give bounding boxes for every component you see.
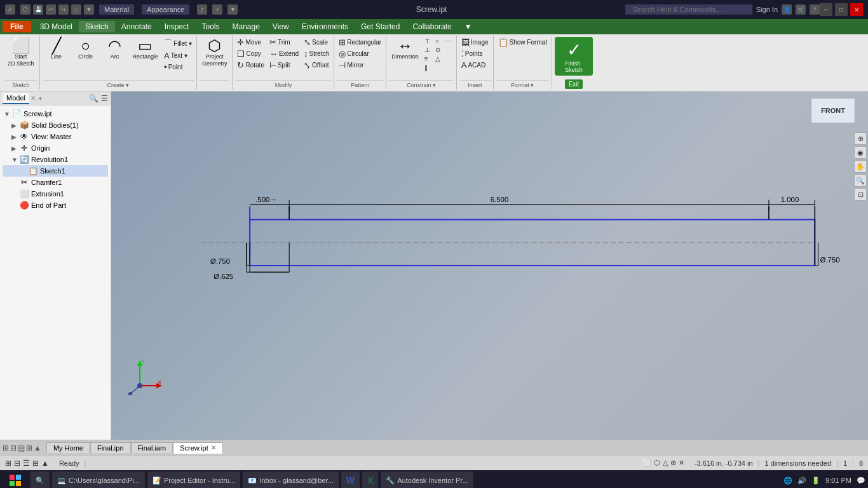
point-button[interactable]: • Point (162, 62, 194, 72)
status-icon-a[interactable]: ⬜ (642, 459, 651, 467)
search-input[interactable] (625, 4, 752, 15)
mirror-button[interactable]: ⊣ Mirror (337, 60, 383, 71)
constrain-btn1[interactable]: ⊤ (423, 37, 432, 45)
menu-3d-model[interactable]: 3D Model (34, 21, 79, 32)
status-icon2[interactable]: ⊟ (14, 459, 20, 468)
user-icon[interactable]: 👤 (782, 4, 792, 15)
taskbar-file-explorer[interactable]: 💻 C:\Users\glassand\Pi... (52, 471, 145, 488)
split-button[interactable]: ⊢ Split (268, 60, 301, 71)
points-button[interactable]: ⁚ Points (459, 48, 491, 59)
copy-button[interactable]: ❑ Copy (235, 48, 266, 59)
material-dropdown[interactable]: Material (99, 4, 134, 15)
status-icon-d[interactable]: ⊕ (670, 459, 676, 467)
screw-ipt-close[interactable]: ✕ (211, 444, 216, 451)
more-icon[interactable]: ▼ (84, 4, 94, 15)
fillet-button[interactable]: ⌒ Fillet ▾ (162, 37, 194, 50)
trim-button[interactable]: ✂ Trim (268, 37, 301, 48)
tab-icon2[interactable]: ⊟ (10, 444, 17, 452)
menu-collaborate[interactable]: Collaborate (406, 21, 458, 32)
save-icon[interactable]: 💾 (33, 4, 43, 15)
tree-sketch1[interactable]: 📋 Sketch1 (3, 165, 108, 177)
taskbar-inventor[interactable]: 🔧 Autodesk Inventor Pr... (381, 471, 473, 488)
tab-my-home[interactable]: My Home (46, 442, 90, 453)
rectangle-button[interactable]: ▭ Rectangle (130, 37, 161, 62)
rotate-button[interactable]: ↻ Rotate (235, 60, 266, 71)
appearance-dropdown[interactable]: Appearance (142, 4, 189, 15)
taskbar-search[interactable]: 🔍 (31, 471, 50, 488)
status-icon3[interactable]: ☰ (23, 459, 30, 468)
tab-arrow-up[interactable]: ▲ (34, 444, 41, 452)
start-2d-sketch-button[interactable]: ⬜ Start2D Sketch (5, 37, 37, 69)
tab-final-ipn[interactable]: Final.ipn (90, 442, 131, 453)
constrain-btn6[interactable]: ⊙ (433, 46, 442, 54)
canvas-area[interactable]: FRONT ⊕ ◉ ✋ 🔍 ⊡ 6.500 (111, 92, 868, 440)
notification-icon[interactable]: 💬 (857, 477, 865, 485)
exit-button[interactable]: Exit (565, 79, 583, 89)
menu-sketch[interactable]: Sketch (79, 21, 115, 32)
tab-icon4[interactable]: ⊞ (26, 444, 32, 452)
move-button[interactable]: ✛ Move (235, 37, 266, 48)
constrain-more[interactable]: ⋯ (444, 37, 454, 45)
tree-extrusion1[interactable]: ⬜ Extrusion1 (3, 188, 108, 200)
tab-icon1[interactable]: ⊞ (3, 444, 9, 452)
status-icon4[interactable]: ⊞ (32, 459, 39, 468)
cart-icon[interactable]: 🛒 (796, 4, 806, 15)
constrain-btn4[interactable]: ∥ (423, 64, 432, 72)
menu-more[interactable]: ▼ (458, 21, 478, 32)
help-icon[interactable]: ? (810, 4, 820, 15)
arc-button[interactable]: ◠ Arc (101, 37, 129, 62)
menu-view[interactable]: View (266, 21, 295, 32)
acad-button[interactable]: A ACAD (459, 60, 491, 71)
home-icon[interactable]: ⌂ (71, 4, 81, 15)
tree-origin[interactable]: ▶ ✛ Origin (3, 142, 108, 154)
menu-inspect[interactable]: Inspect (158, 21, 196, 32)
windows-start-button[interactable] (3, 471, 28, 488)
taskbar-project-editor[interactable]: 📝 Project Editor - Instru... (147, 471, 240, 488)
tree-chamfer1[interactable]: ✂ Chamfer1 (3, 177, 108, 188)
status-icon-e[interactable]: ✕ (679, 459, 684, 467)
tree-end-of-part[interactable]: 🔴 End of Part (3, 200, 108, 211)
close-button[interactable]: ✕ (850, 3, 863, 16)
add-panel-tab[interactable]: + (38, 95, 42, 102)
tree-revolution1[interactable]: ▼ 🔄 Revolution1 (3, 154, 108, 165)
redo-icon[interactable]: ↪ (58, 4, 69, 15)
tab-icon3[interactable]: ▤ (18, 444, 25, 452)
settings-panel-icon[interactable]: ☰ (101, 94, 108, 103)
constrain-btn7[interactable]: △ (433, 55, 442, 63)
menu-get-started[interactable]: Get Started (355, 21, 406, 32)
model-tab[interactable]: Model (3, 93, 29, 104)
constrain-btn5[interactable]: ○ (433, 37, 442, 45)
undo-icon[interactable]: ↩ (46, 4, 56, 15)
menu-environments[interactable]: Environments (295, 21, 355, 32)
finish-sketch-button[interactable]: ✓ FinishSketch (555, 37, 593, 76)
tree-root[interactable]: ▼ 📄 Screw.ipt (3, 108, 108, 119)
tree-view-master[interactable]: ▶ 👁 View: Master (3, 131, 108, 142)
tab-screw-ipt[interactable]: Screw.ipt ✕ (173, 442, 223, 454)
taskbar-outlook[interactable]: 📧 Inbox - glassand@ber... (243, 471, 338, 488)
battery-icon[interactable]: 🔋 (811, 477, 820, 485)
circular-button[interactable]: ◎ Circular (337, 48, 383, 59)
scale-button[interactable]: ⤡ Scale (302, 37, 331, 48)
rectangular-button[interactable]: ⊞ Rectangular (337, 37, 383, 48)
dimension-button[interactable]: ↔ Dimension (389, 37, 421, 62)
tree-solid-bodies[interactable]: ▶ 📦 Solid Bodies(1) (3, 119, 108, 131)
menu-manage[interactable]: Manage (226, 21, 266, 32)
more2-icon[interactable]: ▼ (227, 4, 238, 15)
menu-annotate[interactable]: Annotate (115, 21, 158, 32)
constrain-btn3[interactable]: ≡ (423, 55, 432, 63)
status-arrow[interactable]: ▲ (41, 459, 49, 468)
signin-button[interactable]: Sign In (756, 6, 778, 13)
extend-button[interactable]: ↔ Extend (268, 48, 301, 59)
text-button[interactable]: A Text ▾ (162, 50, 194, 61)
menu-tools[interactable]: Tools (195, 21, 226, 32)
volume-icon[interactable]: 🔊 (797, 477, 806, 485)
network-icon[interactable]: 🌐 (783, 477, 792, 485)
status-icon1[interactable]: ⊞ (5, 459, 11, 468)
taskbar-excel[interactable]: X (362, 471, 378, 488)
project-geometry-button[interactable]: ⬡ ProjectGeometry (200, 37, 230, 69)
search-panel-icon[interactable]: 🔍 (89, 94, 98, 103)
minimize-button[interactable]: ─ (820, 3, 832, 16)
stretch-button[interactable]: ↕ Stretch (302, 48, 331, 59)
show-format-button[interactable]: 📋 Show Format (496, 37, 549, 48)
offset-button[interactable]: ⤣ Offset (302, 60, 331, 71)
